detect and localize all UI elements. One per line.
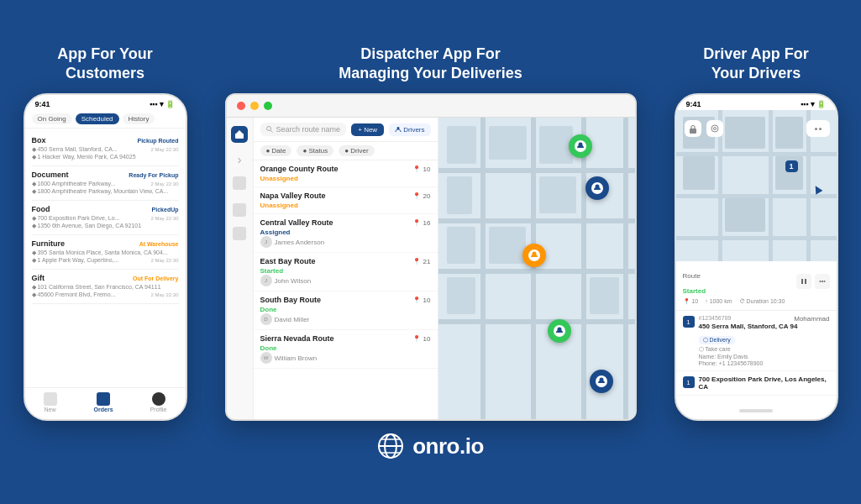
route-row[interactable]: East Bay Route 📍 21 Started J John Wilso… — [254, 253, 438, 291]
item-addr1: ◆ 1600 Amphitheatre Parkway... 2 May 22:… — [32, 181, 179, 187]
list-item: Box Pickup Routed ◆ 450 Serra Mall, Stan… — [32, 132, 179, 166]
nav-profile[interactable]: Profile — [150, 392, 167, 412]
sidebar-collapse-icon[interactable]: › — [238, 153, 242, 166]
route-row[interactable]: Central Valley Route 📍 16 Assigned J Jam… — [254, 214, 438, 253]
item-addr1: ◆ 395 Santa Monica Place, Santa Monica, … — [32, 249, 179, 256]
route-status: Done — [260, 344, 431, 352]
map-pin-3[interactable] — [522, 244, 546, 267]
item-addr1: ◆ 450 Serra Mall, Stanford, CA... 2 May … — [32, 146, 179, 153]
list-item: Furniture At Warehouse ◆ 395 Santa Monic… — [32, 235, 179, 270]
tab-scheduled[interactable]: Scheduled — [76, 113, 119, 124]
route-status: Started — [683, 287, 706, 295]
drivers-button[interactable]: Drivers — [389, 123, 430, 136]
route-row[interactable]: Sierra Nevada Route 📍 10 Done W William … — [254, 330, 438, 369]
driver-section: Driver App ForYour Drivers 9:41 ▪▪▪ ▾ 🔋 — [668, 45, 844, 422]
route-row[interactable]: South Bay Route 📍 10 Done D David Miller — [254, 291, 438, 330]
logo-text: onro.io — [412, 433, 484, 459]
map-pin-1[interactable] — [569, 134, 592, 158]
map-pin-4[interactable] — [548, 319, 571, 343]
svg-point-16 — [713, 128, 716, 130]
route-driver: W William Brown — [260, 352, 431, 364]
customer-section: App For YourCustomers 9:41 ▪▪▪ ▾ 🔋 On Go… — [17, 45, 193, 422]
route-name: Sierra Nevada Route — [260, 334, 334, 343]
item-status: Pickup Routed — [137, 138, 178, 144]
more-icon[interactable] — [806, 120, 830, 137]
traffic-light-green[interactable] — [264, 102, 272, 110]
svg-point-17 — [711, 125, 718, 132]
stop-item: 1 #123456789 Mohammad 450 Serra Mall, St… — [676, 311, 837, 371]
filter-status[interactable]: ● Status — [297, 145, 333, 156]
route-label: Route — [683, 272, 701, 280]
list-item: Food PickedUp ◆ 700 Exposition Park Driv… — [32, 201, 179, 235]
nav-orders[interactable]: Orders — [94, 392, 113, 412]
more-options-icon[interactable] — [815, 274, 830, 289]
stop-contact-phone: Phone: +1 12345678900 — [699, 360, 830, 366]
route-count: 📍 21 — [412, 258, 430, 265]
list-item: Document Ready For Pickup ◆ 1600 Amphith… — [32, 166, 179, 201]
driver-map: ▲ 1 — [676, 110, 837, 261]
customer-tabs: On Going Scheduled History — [25, 110, 186, 129]
route-status: Done — [260, 306, 431, 313]
svg-line-3 — [270, 130, 273, 133]
route-row[interactable]: Orange County Route 📍 10 Unassigned — [254, 160, 438, 187]
filter-date[interactable]: ● Date — [260, 145, 292, 156]
item-addr2: ◆ 1800 Amphitheatre Parkway, Mountain Vi… — [32, 188, 179, 195]
route-count: 📍 10 — [412, 165, 430, 173]
driver-stops-list: 1 #123456789 Mohammad 450 Serra Mall, St… — [676, 311, 837, 396]
search-input[interactable]: Search route name — [260, 123, 347, 136]
svg-point-21 — [822, 281, 823, 282]
item-addr2: ◆ 1350 6th Avenue, San Diego, CA 92101 — [32, 223, 179, 229]
route-count: 📍 10 — [412, 297, 430, 304]
new-route-button[interactable]: + New — [351, 123, 384, 136]
driver-stats: 📍 10 ↑ 1000 km ⏱ Duration 10:30 — [683, 298, 830, 305]
tab-ongoing[interactable]: On Going — [32, 113, 72, 124]
stop-note: ⬡ Take care — [699, 346, 830, 353]
tab-history[interactable]: History — [123, 113, 155, 124]
route-driver: D David Miller — [260, 313, 431, 325]
nav-new[interactable]: New — [44, 392, 57, 412]
dispatcher-titlebar — [227, 95, 635, 118]
svg-rect-15 — [690, 129, 696, 134]
pause-icon[interactable] — [796, 274, 811, 289]
item-name: Gift — [32, 274, 45, 282]
route-row[interactable]: Napa Valley Route 📍 20 Unassigned — [254, 187, 438, 214]
svg-marker-1 — [235, 130, 244, 134]
map-pin-2[interactable] — [585, 176, 609, 200]
route-status: Unassigned — [260, 202, 431, 209]
map-pin-5[interactable] — [590, 370, 613, 393]
settings-icon[interactable] — [706, 120, 723, 137]
driver-bottom-bar — [676, 409, 837, 412]
filter-driver[interactable]: ● Driver — [339, 145, 374, 156]
item-status: Out For Delivery — [133, 276, 178, 281]
item-addr2: ◆ 1 Hacker Way, Menlo Park, CA 94025 — [32, 154, 179, 160]
route-name: Napa Valley Route — [260, 192, 326, 200]
customer-time: 9:41 — [35, 100, 50, 108]
driver-route-info: Route Started 📍 10 ↑ — [676, 261, 837, 311]
stop-details: 700 Exposition Park Drive, Los Angeles, … — [699, 375, 830, 391]
stop-tag: ⬡ Delivery — [699, 336, 735, 344]
stop-person: Mohammad — [794, 315, 829, 323]
logo-globe-icon — [377, 433, 404, 459]
sidebar-icon-map[interactable] — [233, 227, 246, 240]
stop-contact-name: Name: Emily Davis — [699, 354, 830, 360]
dispatcher-list-panel: Search route name + New Drivers ● Date ● — [254, 118, 438, 419]
lock-icon[interactable] — [685, 120, 701, 137]
dispatcher-mockup: › Search route name + N — [225, 93, 637, 421]
dispatcher-map — [438, 118, 635, 419]
sidebar-icon-grid[interactable] — [233, 203, 246, 217]
dispatcher-search-bar: Search route name + New Drivers — [254, 118, 438, 142]
stop-item: 1 700 Exposition Park Drive, Los Angeles… — [676, 371, 837, 396]
svg-point-20 — [819, 281, 821, 282]
logo: onro.io — [377, 433, 484, 459]
sidebar-icon-home[interactable] — [231, 126, 248, 143]
driver-status-bar: 9:41 ▪▪▪ ▾ 🔋 — [676, 95, 837, 110]
svg-point-22 — [823, 281, 825, 282]
dispatcher-main: Search route name + New Drivers ● Date ● — [254, 118, 635, 419]
route-name: Orange County Route — [260, 165, 339, 173]
sidebar-icon-lock[interactable] — [233, 176, 246, 190]
driver-signal: ▪▪▪ ▾ 🔋 — [801, 100, 827, 108]
traffic-light-red[interactable] — [237, 102, 245, 110]
route-stop-badge: 1 — [785, 160, 798, 172]
customer-list: Box Pickup Routed ◆ 450 Serra Mall, Stan… — [25, 129, 186, 381]
traffic-light-yellow[interactable] — [250, 102, 259, 110]
